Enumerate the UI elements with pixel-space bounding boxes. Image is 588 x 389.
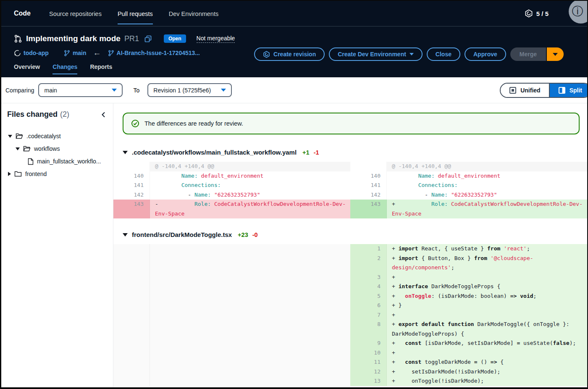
line-number: 9 (350, 339, 387, 348)
merge-options-button[interactable] (547, 47, 564, 61)
create-revision-button[interactable]: Create revision (254, 47, 325, 61)
pull-request-icon (14, 34, 22, 43)
copy-icon[interactable] (144, 35, 152, 42)
repo-link[interactable]: todo-app (14, 50, 49, 57)
success-check-icon (131, 119, 139, 128)
repository-icon (14, 50, 21, 57)
pr-action-buttons: Create revision Create Dev Environment C… (254, 47, 564, 61)
info-icon[interactable]: ⓘ (569, 0, 588, 24)
diff-row: 5+ onToggle: (isDarkMode: boolean) => vo… (350, 292, 587, 301)
source-branch-link[interactable]: AI-Branch-Issue-1-17204513... (108, 50, 200, 56)
service-title: Code (14, 10, 31, 17)
content-area: Files changed (2) .codecatalyst (1, 103, 587, 388)
diff-row: 6+ } (350, 301, 587, 310)
diff-row: 2+ import { Button, Box } from '@cloudsc… (350, 254, 587, 273)
merge-split-button: Merge (510, 47, 564, 61)
empty-code-area (150, 244, 350, 386)
line-number: 7 (350, 310, 387, 320)
code-line: + interface DarkModeToggleProps { (387, 282, 587, 292)
app-window: Code Source repositories Pull requests D… (0, 0, 588, 389)
code-line: Name: default_environment (150, 171, 350, 181)
line-number: 12 (350, 367, 387, 377)
code-line: Connections: (387, 181, 587, 190)
branch-icon (64, 50, 70, 56)
file-path: frontend/src/DarkModeToggle.tsx (132, 231, 232, 238)
compare-bar: Comparing main To Revision 1 (5725f5e6) … (1, 77, 587, 103)
diff-row: 4+ interface DarkModeToggleProps { (350, 282, 587, 292)
pr-id: PR1 (124, 34, 139, 43)
split-view-button[interactable]: Split (549, 84, 588, 97)
nav-dev-environments[interactable]: Dev Environments (169, 3, 218, 24)
target-branch-link[interactable]: main (64, 50, 87, 56)
caret-down-icon (8, 135, 12, 138)
merge-button[interactable]: Merge (510, 47, 546, 61)
code-line: + (387, 273, 587, 282)
merge-direction-arrow: ← (93, 48, 101, 58)
diff-content: The differences are ready for review. .c… (113, 103, 587, 388)
nav-source-repositories[interactable]: Source repositories (49, 3, 102, 24)
file-header[interactable]: frontend/src/DarkModeToggle.tsx +23 -0 (123, 231, 587, 238)
code-line: + } (387, 301, 587, 310)
split-view-icon (558, 87, 566, 94)
close-button[interactable]: Close (427, 47, 460, 61)
line-number: 140 (113, 171, 150, 181)
diff-row: 3+ (350, 273, 587, 282)
code-line: @ -140,4 +140,4 @@ (387, 162, 587, 171)
code-line: + (387, 310, 587, 320)
tree-item-codecatalyst[interactable]: .codecatalyst (1, 130, 113, 142)
merge-status-link[interactable]: Not mergeable (197, 35, 235, 43)
file-section: .codecatalyst/workflows/main_fullstack_w… (113, 149, 587, 218)
top-navigation: Code Source repositories Pull requests D… (1, 1, 587, 26)
line-number (350, 162, 387, 171)
caret-down-icon (16, 147, 20, 150)
tree-label: workflows (34, 145, 60, 152)
approve-button[interactable]: Approve (465, 47, 506, 61)
diff-row: 141 Connections: (350, 181, 587, 190)
code-line: - Name: "622632352793" (387, 190, 587, 200)
target-branch-name: main (73, 50, 87, 56)
code-line: + onToggle: (isDarkMode: boolean) => voi… (387, 292, 587, 301)
unified-label: Unified (520, 87, 540, 94)
top-nav-links: Source repositories Pull requests Dev En… (49, 3, 218, 24)
pr-tabs: Overview Changes Reports (14, 63, 587, 74)
sidebar-header: Files changed (2) (1, 110, 113, 125)
code-line: - Role: CodeCatalystWorkflowDevelopmentR… (150, 200, 350, 218)
diff-pane-after: 1+ import React, { useState } from 'reac… (350, 244, 587, 386)
diff-row: 142 - Name: "622632352793" (350, 190, 587, 200)
split-label: Split (570, 87, 582, 94)
code-line: + const [isDarkMode, setIsDarkMode] = us… (387, 339, 587, 348)
diff-row: 11+ const toggleDarkMode = () => { (350, 357, 587, 367)
collapse-sidebar-button[interactable] (100, 111, 107, 118)
tab-reports[interactable]: Reports (90, 63, 112, 74)
file-icon (27, 158, 34, 165)
code-line: + import React, { useState } from 'react… (387, 244, 587, 254)
unified-view-button[interactable]: Unified (501, 84, 549, 97)
create-dev-environment-button[interactable]: Create Dev Environment (329, 47, 423, 61)
diff-pane-after: @ -140,4 +140,4 @@140 Name: default_envi… (350, 162, 587, 218)
file-header[interactable]: .codecatalyst/workflows/main_fullstack_w… (123, 149, 587, 156)
file-tree: .codecatalyst workflows main_fullstack_w… (1, 125, 113, 180)
to-revision-select[interactable]: Revision 1 (5725f5e6) (147, 83, 232, 97)
code-line: @ -140,4 +140,4 @@ (150, 162, 350, 171)
nav-pull-requests[interactable]: Pull requests (118, 3, 153, 24)
tree-item-frontend[interactable]: frontend (1, 168, 113, 180)
diff-row: @ -140,4 +140,4 @@ (350, 162, 587, 171)
line-number: 141 (113, 181, 150, 190)
tree-item-workflows[interactable]: workflows (1, 142, 113, 155)
diff-row: 142 - Name: "622632352793" (113, 190, 350, 200)
to-label: To (133, 87, 139, 94)
from-branch-select[interactable]: main (38, 83, 123, 97)
tree-item-main-fullstack-workflow[interactable]: main_fullstack_workflo... (1, 155, 113, 168)
lines-added-count: +1 (302, 149, 310, 156)
caret-right-icon (8, 172, 11, 176)
files-changed-sidebar: Files changed (2) .codecatalyst (1, 103, 113, 388)
tab-overview[interactable]: Overview (14, 63, 40, 74)
pull-request-header: Implementing dark mode PR1 Open Not merg… (1, 26, 587, 77)
split-diff: 1+ import React, { useState } from 'reac… (113, 244, 587, 386)
diff-pane-before (113, 244, 350, 386)
line-number: 11 (350, 357, 387, 367)
tab-changes[interactable]: Changes (52, 63, 77, 74)
approve-label: Approve (473, 51, 497, 58)
line-number: 3 (350, 273, 387, 282)
file-path: .codecatalyst/workflows/main_fullstack_w… (132, 149, 297, 156)
